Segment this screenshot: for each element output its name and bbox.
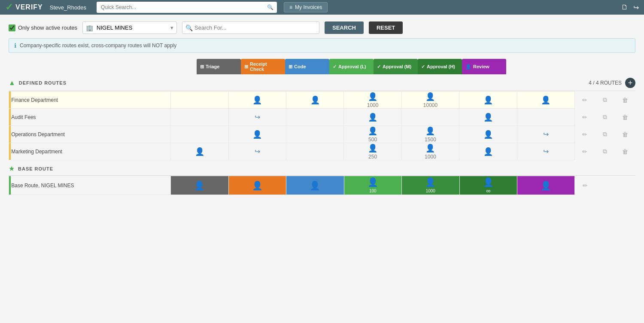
person-icon: 👤 xyxy=(517,180,574,191)
person-icon: 👤 xyxy=(460,177,517,187)
active-routes-filter[interactable]: Only show active routes xyxy=(9,24,77,31)
approval-l-cell: 👤 500 xyxy=(344,126,401,143)
code-cell xyxy=(286,143,343,160)
filter-bar: Only show active routes 🏢 NIGEL MINES ▾ … xyxy=(9,21,635,34)
delete-button[interactable]: 🗑 xyxy=(621,130,629,139)
info-bar: ℹ Company-specific routes exist, cross-c… xyxy=(9,38,635,53)
stage-label-approval-m: ✓ Approval (M) xyxy=(374,59,418,74)
copy-action: ⧉ xyxy=(595,126,615,143)
receipt-icon: ⊞ xyxy=(244,64,248,70)
approval-m-cell: 👤 1000 xyxy=(401,143,459,160)
approval-l-cell: 👤 1000 xyxy=(344,91,401,109)
approval-h-cell: 👤 xyxy=(459,143,517,160)
global-search-input[interactable] xyxy=(97,2,277,13)
defined-routes-toggle[interactable]: ▲ xyxy=(9,79,15,87)
logout-icon[interactable]: ↪ xyxy=(633,3,639,12)
header-icons: 🗋 ↪ xyxy=(621,3,639,12)
receipt-label: Receipt Check xyxy=(250,61,282,72)
forward-icon: ↪ xyxy=(255,148,260,155)
edit-button[interactable]: ✏ xyxy=(581,96,588,104)
delete-button[interactable]: 🗑 xyxy=(621,113,629,122)
approval-h-cell: 👤 xyxy=(459,91,517,109)
person-icon: 👤 xyxy=(344,92,401,101)
search-button[interactable]: SEARCH xyxy=(325,21,364,34)
copy-button[interactable]: ⧉ xyxy=(602,147,608,156)
route-name: Operations Department xyxy=(11,131,65,137)
forward-icon: ↪ xyxy=(255,113,260,121)
active-routes-checkbox[interactable] xyxy=(9,24,15,31)
delete-action: 🗑 xyxy=(615,91,635,109)
edit-button[interactable]: ✏ xyxy=(581,113,588,122)
person-icon: 👤 xyxy=(402,177,459,187)
info-message: Company-specific routes exist, cross-com… xyxy=(20,43,176,49)
approval-l-cell: 👤 250 xyxy=(344,143,401,160)
base-approval-m-cell: 👤 1000 xyxy=(402,176,459,195)
person-icon: 👤 xyxy=(344,143,401,153)
person-icon: 👤 xyxy=(517,95,574,105)
review-label: Review xyxy=(473,64,489,69)
search-for-input[interactable] xyxy=(182,21,319,34)
stage-label-receipt: ⊞ Receipt Check xyxy=(241,59,285,74)
triage-cell xyxy=(171,109,228,126)
search-for-icon: 🔍 xyxy=(185,24,193,31)
base-edit-button[interactable]: ✏ xyxy=(582,181,589,190)
triage-label: Triage xyxy=(206,64,219,69)
person-icon: 👤 xyxy=(344,177,401,187)
table-row: Base Route, NIGEL MINES 👤 👤 👤 👤 100 👤 xyxy=(9,176,636,195)
active-routes-label: Only show active routes xyxy=(18,24,77,31)
stage-label-review: 👤 Review xyxy=(462,59,506,74)
company-select[interactable]: NIGEL MINES xyxy=(82,21,177,34)
base-route-name-cell: Base Route, NIGEL MINES xyxy=(11,176,171,195)
person-icon: 👤 xyxy=(402,126,459,136)
reset-button[interactable]: RESET xyxy=(369,21,403,34)
triage-cell: 👤 xyxy=(171,143,228,160)
copy-button[interactable]: ⧉ xyxy=(602,130,608,139)
person-icon: 👤 xyxy=(402,143,459,153)
review-cell: ↪ xyxy=(517,143,574,160)
route-name: Finance Department xyxy=(11,97,58,103)
copy-action: ⧉ xyxy=(595,143,615,160)
person-icon: 👤 xyxy=(344,113,401,122)
delete-action: 🗑 xyxy=(615,143,635,160)
edit-button[interactable]: ✏ xyxy=(581,147,588,156)
code-cell xyxy=(286,109,343,126)
copy-button[interactable]: ⧉ xyxy=(602,113,608,122)
person-icon: 👤 xyxy=(344,126,401,136)
triage-cell xyxy=(171,91,228,109)
copy-button[interactable]: ⧉ xyxy=(602,95,608,104)
delete-button[interactable]: 🗑 xyxy=(621,96,629,104)
route-name: Audit Fees xyxy=(11,114,36,120)
base-approval-h-count: ∞ xyxy=(486,187,490,194)
route-name-cell: Operations Department xyxy=(11,126,171,143)
defined-routes-title: DEFINED ROUTES xyxy=(19,80,67,85)
edit-button[interactable]: ✏ xyxy=(581,130,588,139)
base-review-cell: 👤 xyxy=(517,176,574,195)
base-route-table: Base Route, NIGEL MINES 👤 👤 👤 👤 100 👤 xyxy=(9,176,635,195)
approval-m-label: Approval (M) xyxy=(383,64,411,69)
approval-l-cell: 👤 xyxy=(344,109,401,126)
person-icon: 👤 xyxy=(286,95,343,105)
approval-m-cell: 👤 10000 xyxy=(401,91,459,109)
delete-action: 🗑 xyxy=(615,109,635,126)
base-code-cell: 👤 xyxy=(286,176,344,195)
base-route-toggle[interactable]: ★ xyxy=(9,165,15,173)
delete-button[interactable]: 🗑 xyxy=(621,147,629,156)
person-icon: 👤 xyxy=(171,180,228,191)
receipt-cell: 👤 xyxy=(228,91,286,109)
base-receipt-cell: 👤 xyxy=(228,176,286,195)
base-approval-l-cell: 👤 100 xyxy=(344,176,401,195)
routes-table: Finance Department 👤 👤 👤 1000 👤 10000 xyxy=(9,91,635,160)
approval-l-count: 500 xyxy=(344,137,401,143)
edit-action: ✏ xyxy=(574,126,595,143)
base-approval-l-count: 100 xyxy=(369,189,377,193)
document-icon[interactable]: 🗋 xyxy=(621,3,628,12)
main-content: Only show active routes 🏢 NIGEL MINES ▾ … xyxy=(0,15,644,202)
approval-h-label: Approval (H) xyxy=(427,64,455,69)
stage-label-approval-l: ✓ Approval (L) xyxy=(329,59,374,74)
add-route-button[interactable]: + xyxy=(625,78,635,88)
table-row: Operations Department 👤 👤 500 👤 1500 👤 xyxy=(9,126,635,143)
my-invoices-label: My Invoices xyxy=(295,4,322,10)
my-invoices-button[interactable]: ≡ My Invoices xyxy=(284,2,328,12)
person-icon: 👤 xyxy=(402,92,459,101)
route-name-cell: Finance Department xyxy=(11,91,171,109)
